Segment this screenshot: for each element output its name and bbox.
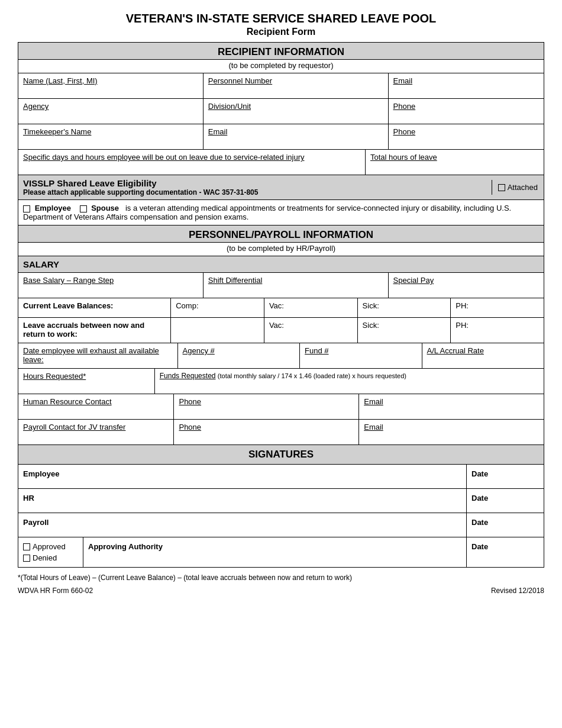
cell-fund-num: Fund # [300, 343, 422, 368]
row-hours-funds: Hours Requested* Funds Requested (total … [18, 369, 544, 394]
visslp-attached: Attached [492, 180, 544, 195]
agency-num-label: Agency # [183, 346, 295, 355]
sig-employee-label: Employee [18, 465, 467, 488]
ph-label: PH: [456, 301, 469, 310]
cell-funds-requested: Funds Requested (total monthly salary / … [155, 369, 544, 394]
date-exhaust-label: Date employee will exhaust all available… [23, 346, 173, 364]
timekeeper-label: Timekeeper's Name [23, 127, 198, 136]
footer-right: Revised 12/2018 [491, 587, 544, 595]
row-payroll-contact: Payroll Contact for JV transfer Phone Em… [18, 420, 544, 445]
shift-diff-label: Shift Differential [208, 276, 383, 285]
email-label: Email [393, 76, 539, 85]
email2-label: Email [208, 127, 383, 136]
cell-ph: PH: [451, 298, 544, 317]
accruals-label: Leave accruals between now and return to… [23, 321, 166, 339]
phone4-label: Phone [179, 423, 354, 431]
row-name-personnel-email: Name (Last, First, MI) Personnel Number … [18, 73, 544, 99]
cell-agency: Agency [18, 99, 204, 124]
sig-employee-date-label: Date [467, 465, 544, 488]
approved-label: Approved [33, 542, 66, 551]
cell-personnel-number: Personnel Number [204, 73, 389, 98]
row-timekeeper-email-phone: Timekeeper's Name Email Phone [18, 124, 544, 150]
payroll-subheader: (to be completed by HR/Payroll) [18, 243, 544, 256]
cell-agency-num: Agency # [178, 343, 300, 368]
cell-division: Division/Unit [204, 99, 389, 124]
email3-label: Email [364, 397, 539, 406]
cell-shift-diff: Shift Differential [204, 273, 389, 298]
sig-hr-label: HR [18, 489, 467, 513]
phone-label: Phone [393, 102, 539, 111]
comp-label: Comp: [176, 301, 198, 310]
cell-comp: Comp: [171, 298, 264, 317]
visslp-subtitle: Please attach applicable supporting docu… [23, 188, 487, 197]
approved-checkbox[interactable] [23, 543, 30, 550]
signatures-header: SIGNATURES [18, 445, 544, 465]
row-specific-days-total-hours: Specific days and hours employee will be… [18, 150, 544, 175]
vac2-label: Vac: [269, 321, 284, 330]
funds-requested-label: Funds Requested [160, 372, 216, 380]
footer-left: WDVA HR Form 660-02 [18, 587, 93, 595]
row-leave-accruals: Leave accruals between now and return to… [18, 318, 544, 343]
personnel-number-label: Personnel Number [208, 76, 383, 85]
division-label: Division/Unit [208, 102, 383, 111]
email4-label: Email [364, 423, 539, 431]
sig-row-employee: Employee Date [18, 465, 544, 489]
spouse-text: Spouse [91, 204, 119, 212]
sick2-label: Sick: [363, 321, 379, 330]
cell-email3: Email [359, 394, 544, 419]
fund-num-label: Fund # [305, 346, 416, 355]
row-salary-shift-special: Base Salary – Range Step Shift Different… [18, 273, 544, 298]
sig-payroll-label: Payroll [18, 513, 467, 537]
page-subtitle: Recipient Form [18, 27, 544, 37]
cell-email4: Email [359, 420, 544, 444]
employee-checkbox[interactable] [23, 205, 30, 212]
visslp-header-main: VISSLP Shared Leave Eligibility Please a… [18, 175, 492, 199]
approved-row: Approved Denied Approving Authority Date [18, 537, 544, 567]
denied-label: Denied [33, 553, 57, 562]
cell-sick: Sick: [358, 298, 451, 317]
denied-checkbox[interactable] [23, 555, 30, 562]
spouse-checkbox[interactable] [80, 205, 87, 212]
recipient-subheader: (to be completed by requestor) [18, 60, 544, 73]
specific-days-label: Specific days and hours employee will be… [23, 153, 360, 162]
cell-email2: Email [204, 124, 389, 149]
cell-vac2: Vac: [264, 318, 358, 343]
cell-hours-requested: Hours Requested* [18, 369, 155, 394]
cell-email: Email [389, 73, 544, 98]
attached-checkbox[interactable] [498, 184, 505, 191]
visslp-title: VISSLP Shared Leave Eligibility [23, 178, 487, 188]
sig-payroll-date-label: Date [467, 513, 544, 537]
cell-phone4: Phone [174, 420, 359, 444]
name-label: Name (Last, First, MI) [23, 76, 198, 85]
salary-header: SALARY [18, 256, 544, 273]
cell-hr-contact: Human Resource Contact [18, 394, 174, 419]
total-hours-label: Total hours of leave [370, 153, 539, 162]
base-salary-label: Base Salary – Range Step [23, 276, 198, 285]
hr-contact-label: Human Resource Contact [23, 397, 169, 406]
vac-label: Vac: [269, 301, 284, 310]
hours-requested-label: Hours Requested* [23, 372, 150, 381]
cell-phone: Phone [389, 99, 544, 124]
cell-specific-days: Specific days and hours employee will be… [18, 150, 366, 175]
row-agency-division-phone: Agency Division/Unit Phone [18, 99, 544, 124]
funds-requested-parens: (total monthly salary / 174 x 1.46 (load… [218, 372, 406, 379]
row-current-leave: Current Leave Balances: Comp: Vac: Sick:… [18, 298, 544, 318]
sig-hr-date-label: Date [467, 489, 544, 513]
payroll-contact-label: Payroll Contact for JV transfer [23, 423, 169, 431]
cell-sick2: Sick: [358, 318, 451, 343]
phone3-label: Phone [179, 397, 354, 406]
cell-vac: Vac: [264, 298, 358, 317]
sig-row-payroll: Payroll Date [18, 513, 544, 537]
sick-label: Sick: [363, 301, 379, 310]
cell-phone2: Phone [389, 124, 544, 149]
ph2-label: PH: [456, 321, 469, 330]
footnote: *(Total Hours of Leave) – (Current Leave… [18, 574, 544, 582]
approved-date-label: Date [467, 537, 544, 567]
cell-special-pay: Special Pay [389, 273, 544, 298]
attached-label: Attached [508, 183, 538, 192]
visslp-body: Employee Spouse is a veteran attending m… [18, 200, 544, 226]
cell-vac2-empty [171, 318, 264, 343]
al-accrual-label: A/L Accrual Rate [427, 346, 539, 355]
cell-base-salary: Base Salary – Range Step [18, 273, 204, 298]
cell-total-hours: Total hours of leave [366, 150, 544, 175]
